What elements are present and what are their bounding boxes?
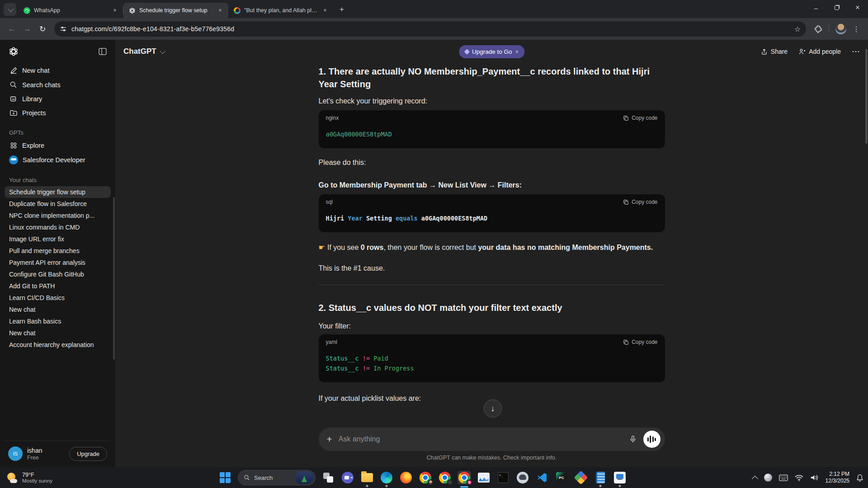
sidebar-item-label: Search chats [22,81,61,89]
bookmark-star-icon[interactable] [794,25,801,33]
browser-menu-icon[interactable] [853,25,860,33]
chat-history-item[interactable]: NPC clone implementation p... [5,210,111,221]
dictate-mic-icon[interactable] [629,435,637,443]
chat-history-item[interactable]: Payment API error analysis [5,257,111,268]
reload-button[interactable] [35,22,50,36]
wifi-icon[interactable] [795,474,803,481]
chat-history-item[interactable]: Schedule trigger flow setup [5,186,111,198]
chat-history-item[interactable]: Learn CI/CD Basics [5,292,111,304]
sidebar-item-projects[interactable]: Projects [5,106,111,120]
taskbar-app-firefox[interactable] [399,471,413,484]
address-bar[interactable]: chatgpt.com/c/692fc8be-e104-8321-af3e-b5… [54,21,806,37]
taskbar-app-taskpro[interactable] [613,471,627,484]
taskbar-app-vscode[interactable] [535,471,549,484]
taskbar-app-drawio[interactable] [574,471,588,484]
attach-plus-icon[interactable] [327,434,332,445]
upgrade-button[interactable]: Upgrade [69,447,107,461]
tab-google-quote[interactable]: "But they plan, and Allah plans... [228,3,333,18]
sidebar-item-library[interactable]: Library [5,92,111,106]
site-settings-icon[interactable] [60,25,67,33]
scroll-to-bottom-button[interactable] [484,399,502,418]
new-tab-button[interactable] [336,4,348,15]
add-people-button[interactable]: Add people [798,48,841,55]
chat-history-item[interactable]: Configure Git Bash GitHub [5,268,111,280]
upgrade-to-go-badge[interactable]: Upgrade to Go [459,45,524,58]
minimize-button[interactable] [806,0,826,15]
copy-code-label: Copy code [632,115,657,121]
taskbar-app-chrome-profile2[interactable] [438,471,452,484]
close-window-button[interactable] [847,0,868,15]
weather-temp: 79°F [22,472,52,478]
taskbar-app-teams[interactable] [341,471,354,484]
taskbar-app-monitor[interactable] [477,471,491,484]
tab-search-button[interactable] [4,3,16,16]
copy-code-button[interactable]: Copy code [623,115,657,121]
collapse-sidebar-icon[interactable] [98,47,107,56]
sidebar-item-new-chat[interactable]: New chat [5,63,111,78]
sidebar-item-salesforce-gpt[interactable]: Salesforce Developer [5,152,111,168]
user-avatar[interactable]: IS [8,446,23,461]
touch-keyboard-icon[interactable] [779,474,788,481]
profile-badge [428,479,434,485]
tray-cloud-icon[interactable] [764,474,772,482]
chat-history-item[interactable]: Learn Bash basics [5,315,111,327]
start-button[interactable] [218,471,232,484]
taskbar-app-pycharm[interactable] [555,471,568,484]
taskbar-app-chrome-profile1[interactable] [419,471,432,484]
taskbar-app-postgresql[interactable] [516,471,529,484]
chat-history-item[interactable]: New chat [5,327,111,339]
taskbar-clock[interactable]: 2:12 PM 12/3/2025 [826,471,849,484]
extensions-icon[interactable] [814,25,822,33]
chat-history-item[interactable]: Linux commands in CMD [5,221,111,233]
taskbar-app-chrome-active[interactable]: S [458,471,471,484]
code-language-label: yaml [326,339,337,345]
restore-button[interactable] [826,0,847,15]
chat-history-item[interactable]: Image URL error fix [5,233,111,245]
taskbar-app-terminal[interactable] [496,471,510,484]
taskbar-app-widgets[interactable] [321,471,335,484]
notifications-bell-icon[interactable] [856,474,863,482]
search-highlight-thumbnail[interactable] [295,471,314,484]
chat-history-item[interactable]: Add Git to PATH [5,280,111,292]
model-switcher[interactable]: ChatGPT [123,47,164,56]
taskbar-app-file-explorer[interactable] [360,471,374,484]
message-composer[interactable] [319,427,665,451]
chat-history-item[interactable]: Duplicate flow in Salesforce [5,198,111,210]
tab-whatsapp[interactable]: WhatsApp [18,3,123,18]
weather-condition: Mostly sunny [22,478,52,484]
toolbar-divider [829,25,829,33]
share-button[interactable]: Share [761,48,788,55]
diamond-app-icon [574,470,588,484]
taskbar-app-notes[interactable] [594,471,607,484]
taskbar-weather-widget[interactable]: 79°F Mostly sunny [0,472,52,484]
chat-history-item[interactable]: Pull and merge branches [5,245,111,257]
sidebar-item-explore-gpts[interactable]: Explore [5,139,111,152]
url-text[interactable]: chatgpt.com/c/692fc8be-e104-8321-af3e-b5… [71,25,790,33]
running-indicator [386,485,388,487]
conversation-menu-icon[interactable] [852,47,860,56]
close-tab-icon[interactable] [321,7,329,14]
page-scrollbar[interactable] [865,49,868,144]
volume-icon[interactable] [810,474,819,481]
account-row[interactable]: IS ishan Free Upgrade [5,441,111,467]
forward-button[interactable] [20,22,34,36]
taskbar-app-edge[interactable] [380,471,393,484]
taskbar-search-box[interactable]: Search [238,470,316,485]
back-button[interactable] [5,22,19,36]
dismiss-badge-icon[interactable] [515,48,519,55]
browser-profile-avatar[interactable] [835,23,846,34]
chatgpt-logo-icon[interactable] [8,46,19,57]
sidebar-scrollbar[interactable] [113,197,115,360]
copy-code-button[interactable]: Copy code [623,339,657,345]
tab-chatgpt-active[interactable]: Schedule trigger flow setup [123,3,228,18]
close-tab-icon[interactable] [217,7,224,14]
chat-history-item[interactable]: New chat [5,304,111,315]
message-input[interactable] [339,435,623,443]
voice-mode-button[interactable] [643,431,660,448]
copy-code-button[interactable]: Copy code [623,199,657,205]
sidebar-item-search-chats[interactable]: Search chats [5,78,111,92]
tray-overflow-icon[interactable] [752,476,758,482]
chat-history-item[interactable]: Account hierarchy explanation [5,339,111,351]
conversation-scroll-area[interactable]: 1. There are actually NO Membership_Paym… [115,63,868,404]
close-tab-icon[interactable] [111,7,118,14]
